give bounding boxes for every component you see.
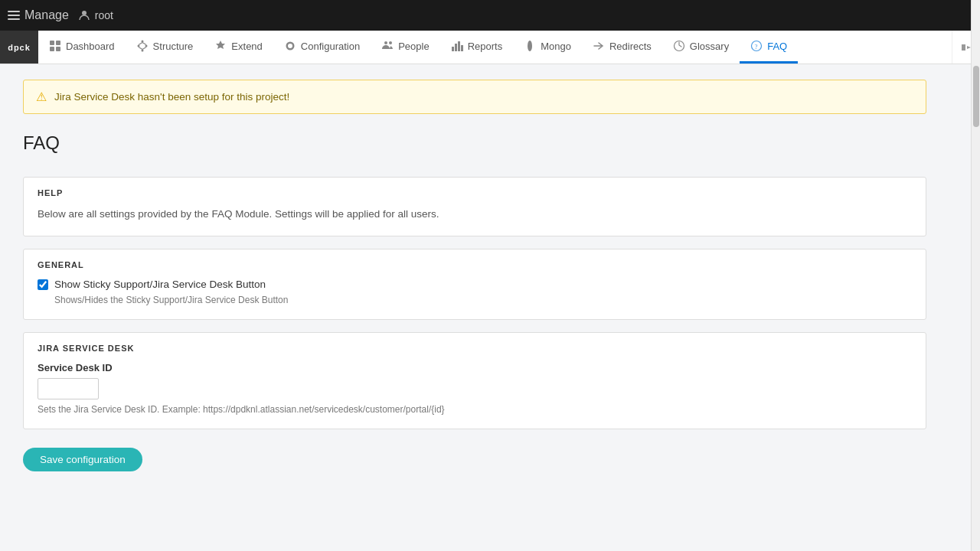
sticky-support-label[interactable]: Show Sticky Support/Jira Service Desk Bu… — [54, 279, 266, 290]
svg-point-3 — [82, 11, 87, 15]
nav-configuration[interactable]: Configuration — [273, 31, 371, 64]
nav-reports[interactable]: Reports — [440, 31, 514, 64]
service-desk-id-input[interactable] — [38, 378, 99, 399]
svg-rect-19 — [455, 44, 457, 51]
nav-bar: dpck Dashboard Structure Extend Configur… — [0, 31, 980, 64]
nav-mongo[interactable]: Mongo — [513, 31, 582, 64]
svg-rect-20 — [458, 41, 460, 51]
svg-point-11 — [141, 50, 143, 52]
menu-button[interactable]: Manage — [8, 8, 69, 22]
service-desk-id-hint: Sets the Jira Service Desk ID. Example: … — [38, 404, 912, 415]
nav-people-label: People — [398, 41, 429, 52]
logo[interactable]: dpck — [0, 31, 38, 64]
svg-point-9 — [137, 45, 139, 47]
user-menu[interactable]: root — [78, 9, 113, 21]
nav-faq-label: FAQ — [767, 41, 787, 52]
manage-label: Manage — [24, 8, 69, 22]
service-desk-id-label: Service Desk ID — [38, 362, 912, 373]
scrollbar[interactable] — [971, 0, 980, 487]
svg-line-12 — [139, 43, 142, 45]
general-section: GENERAL Show Sticky Support/Jira Service… — [23, 249, 926, 320]
svg-rect-7 — [56, 47, 60, 51]
nav-redirects[interactable]: Redirects — [582, 31, 662, 64]
content-area: ⚠ Jira Service Desk hasn't been setup fo… — [0, 64, 949, 487]
svg-rect-1 — [8, 15, 20, 16]
nav-items: Dashboard Structure Extend Configuration… — [38, 31, 952, 64]
nav-dashboard[interactable]: Dashboard — [38, 31, 126, 64]
svg-rect-0 — [8, 11, 20, 12]
help-section-desc: Below are all settings provided by the F… — [38, 207, 912, 222]
page-title: FAQ — [23, 132, 926, 154]
nav-extend[interactable]: Extend — [204, 31, 273, 64]
nav-people[interactable]: People — [371, 31, 439, 64]
sticky-support-hint: Shows/Hides the Sticky Support/Jira Serv… — [54, 295, 912, 305]
nav-mongo-label: Mongo — [541, 41, 571, 52]
svg-rect-18 — [452, 47, 454, 51]
alert-banner: ⚠ Jira Service Desk hasn't been setup fo… — [23, 80, 926, 114]
sticky-support-row: Show Sticky Support/Jira Service Desk Bu… — [38, 279, 912, 290]
nav-structure[interactable]: Structure — [126, 31, 204, 64]
alert-message: Jira Service Desk hasn't been setup for … — [54, 91, 289, 103]
user-label: root — [95, 9, 113, 21]
svg-point-10 — [145, 45, 147, 47]
svg-point-17 — [389, 41, 392, 44]
nav-structure-label: Structure — [153, 41, 194, 52]
help-section-title: HELP — [24, 178, 926, 202]
nav-redirects-label: Redirects — [609, 41, 652, 52]
svg-line-13 — [142, 43, 146, 45]
sticky-support-checkbox[interactable] — [38, 279, 48, 290]
svg-text:?: ? — [755, 43, 758, 51]
scroll-thumb[interactable] — [973, 66, 979, 127]
svg-line-15 — [142, 47, 146, 50]
nav-configuration-label: Configuration — [301, 41, 360, 52]
svg-rect-5 — [56, 41, 60, 45]
svg-point-16 — [384, 41, 387, 44]
svg-rect-4 — [50, 41, 54, 45]
svg-rect-21 — [461, 45, 463, 51]
jira-section-title: JIRA SERVICE DESK — [24, 333, 926, 357]
logo-text: dpck — [8, 43, 31, 52]
general-section-title: GENERAL — [24, 249, 926, 274]
svg-rect-6 — [50, 47, 54, 51]
nav-dashboard-label: Dashboard — [66, 41, 115, 52]
svg-rect-2 — [8, 18, 20, 20]
svg-line-14 — [139, 47, 142, 50]
help-section: HELP Below are all settings provided by … — [23, 177, 926, 236]
nav-reports-label: Reports — [468, 41, 503, 52]
nav-glossary-label: Glossary — [690, 41, 729, 52]
top-bar: Manage root — [0, 0, 980, 31]
nav-faq[interactable]: ? FAQ — [740, 31, 798, 64]
warning-icon: ⚠ — [36, 90, 47, 104]
nav-extend-label: Extend — [231, 41, 262, 52]
nav-glossary[interactable]: Glossary — [662, 31, 740, 64]
svg-point-8 — [141, 41, 143, 43]
save-configuration-button[interactable]: Save configuration — [23, 448, 142, 471]
jira-section: JIRA SERVICE DESK Service Desk ID Sets t… — [23, 332, 926, 429]
